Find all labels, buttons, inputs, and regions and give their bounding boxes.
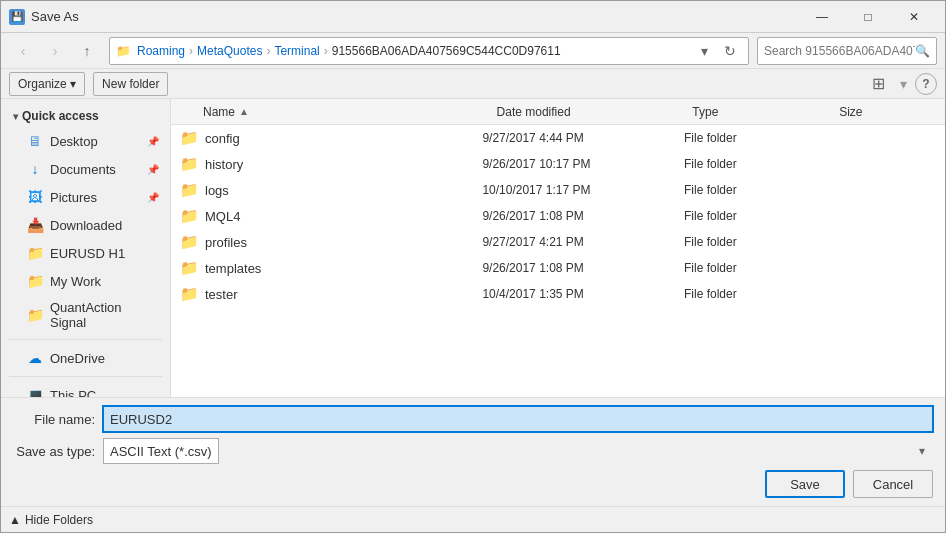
filename-row: File name: <box>13 406 933 432</box>
col-date-label: Date modified <box>497 105 571 119</box>
breadcrumb-part-metaquotes[interactable]: MetaQuotes <box>197 44 262 58</box>
table-row[interactable]: 📁 templates 9/26/2017 1:08 PM File folde… <box>171 255 945 281</box>
main-content: ▾ Quick access 🖥 Desktop 📌 ↓ Documents 📌… <box>1 99 945 397</box>
quick-access-chevron: ▾ <box>13 111 18 122</box>
desktop-pin-icon: 📌 <box>147 136 159 147</box>
eurusd-icon: 📁 <box>26 244 44 262</box>
file-row-type: File folder <box>684 209 835 223</box>
window-icon: 💾 <box>9 9 25 25</box>
hide-folders-button[interactable]: ▲ Hide Folders <box>9 513 93 527</box>
file-row-date: 9/26/2017 1:08 PM <box>482 261 684 275</box>
file-row-name: 📁 templates <box>180 259 482 277</box>
organize-chevron: ▾ <box>70 77 76 91</box>
sidebar-item-downloaded[interactable]: 📥 Downloaded <box>3 211 168 239</box>
col-header-type[interactable]: Type <box>692 105 839 119</box>
documents-icon: ↓ <box>26 160 44 178</box>
breadcrumb-part-roaming[interactable]: Roaming <box>137 44 185 58</box>
documents-pin-icon: 📌 <box>147 164 159 175</box>
address-bar[interactable]: 📁 Roaming › MetaQuotes › Terminal › 9155… <box>109 37 749 65</box>
action-row: Save Cancel <box>13 470 933 498</box>
table-row[interactable]: 📁 config 9/27/2017 4:44 PM File folder <box>171 125 945 151</box>
file-row-name: 📁 logs <box>180 181 482 199</box>
window-title: Save As <box>31 9 799 24</box>
file-row-type: File folder <box>684 183 835 197</box>
cancel-button[interactable]: Cancel <box>853 470 933 498</box>
folder-icon: 📁 <box>180 207 199 225</box>
sidebar-item-label-eurusd: EURUSD H1 <box>50 246 159 261</box>
view-button[interactable]: ⊞ <box>864 70 892 98</box>
file-row-type: File folder <box>684 261 835 275</box>
refresh-button[interactable]: ↻ <box>718 39 742 63</box>
search-input[interactable] <box>764 44 915 58</box>
organize-label: Organize <box>18 77 67 91</box>
file-row-name: 📁 MQL4 <box>180 207 482 225</box>
savetype-select[interactable]: ASCII Text (*.csv) <box>103 438 219 464</box>
this-pc-icon: 💻 <box>26 386 44 397</box>
bottom-panel: File name: Save as type: ASCII Text (*.c… <box>1 397 945 506</box>
sidebar-item-label-quantaction: QuantAction Signal <box>50 300 159 330</box>
table-row[interactable]: 📁 logs 10/10/2017 1:17 PM File folder <box>171 177 945 203</box>
forward-button[interactable]: › <box>41 37 69 65</box>
new-folder-button[interactable]: New folder <box>93 72 168 96</box>
sidebar-item-my-work[interactable]: 📁 My Work <box>3 267 168 295</box>
sidebar-item-onedrive[interactable]: ☁ OneDrive <box>3 344 168 372</box>
file-row-date: 9/27/2017 4:21 PM <box>482 235 684 249</box>
breadcrumb-part-id[interactable]: 915566BA06ADA407569C544CC0D97611 <box>332 44 561 58</box>
file-row-type: File folder <box>684 131 835 145</box>
help-button[interactable]: ? <box>915 73 937 95</box>
title-bar: 💾 Save As — □ ✕ <box>1 1 945 33</box>
savetype-row: Save as type: ASCII Text (*.csv) <box>13 438 933 464</box>
file-list-header: Name ▲ Date modified Type Size <box>171 99 945 125</box>
sidebar-item-label-documents: Documents <box>50 162 147 177</box>
organize-button[interactable]: Organize ▾ <box>9 72 85 96</box>
file-row-date: 9/26/2017 10:17 PM <box>482 157 684 171</box>
sidebar-item-documents[interactable]: ↓ Documents 📌 <box>3 155 168 183</box>
col-header-size[interactable]: Size <box>839 105 937 119</box>
quantaction-icon: 📁 <box>26 306 44 324</box>
hide-folders-chevron: ▲ <box>9 513 21 527</box>
col-header-name[interactable]: Name ▲ <box>179 105 497 119</box>
folder-icon: 📁 <box>180 181 199 199</box>
toolbar: ‹ › ↑ 📁 Roaming › MetaQuotes › Terminal … <box>1 33 945 69</box>
table-row[interactable]: 📁 MQL4 9/26/2017 1:08 PM File folder <box>171 203 945 229</box>
sidebar-item-label-onedrive: OneDrive <box>50 351 159 366</box>
minimize-button[interactable]: — <box>799 1 845 33</box>
table-row[interactable]: 📁 profiles 9/27/2017 4:21 PM File folder <box>171 229 945 255</box>
file-row-date: 10/4/2017 1:35 PM <box>482 287 684 301</box>
sidebar-item-quantaction[interactable]: 📁 QuantAction Signal <box>3 295 168 335</box>
folder-icon: 📁 <box>180 285 199 303</box>
address-dropdown-button[interactable]: ▾ <box>692 39 716 63</box>
sidebar-item-pictures[interactable]: 🖼 Pictures 📌 <box>3 183 168 211</box>
sidebar-item-this-pc[interactable]: 💻 This PC <box>3 381 168 397</box>
cancel-label: Cancel <box>873 477 913 492</box>
folder-icon: 📁 <box>180 155 199 173</box>
save-button[interactable]: Save <box>765 470 845 498</box>
sidebar-item-label-this-pc: This PC <box>50 388 159 398</box>
sidebar-item-desktop[interactable]: 🖥 Desktop 📌 <box>3 127 168 155</box>
table-row[interactable]: 📁 tester 10/4/2017 1:35 PM File folder <box>171 281 945 307</box>
up-button[interactable]: ↑ <box>73 37 101 65</box>
footer: ▲ Hide Folders <box>1 506 945 532</box>
my-work-icon: 📁 <box>26 272 44 290</box>
close-button[interactable]: ✕ <box>891 1 937 33</box>
filename-label: File name: <box>13 412 103 427</box>
sidebar-section-quick-access[interactable]: ▾ Quick access <box>1 103 170 127</box>
sidebar-item-label-downloaded: Downloaded <box>50 218 159 233</box>
breadcrumb-part-terminal[interactable]: Terminal <box>274 44 319 58</box>
table-row[interactable]: 📁 history 9/26/2017 10:17 PM File folder <box>171 151 945 177</box>
breadcrumb-folder-icon: 📁 <box>116 44 131 58</box>
file-row-type: File folder <box>684 235 835 249</box>
file-row-date: 10/10/2017 1:17 PM <box>482 183 684 197</box>
back-button[interactable]: ‹ <box>9 37 37 65</box>
sidebar-item-eurusd-h1[interactable]: 📁 EURUSD H1 <box>3 239 168 267</box>
file-row-name: 📁 profiles <box>180 233 482 251</box>
hide-folders-label: Hide Folders <box>25 513 93 527</box>
folder-icon: 📁 <box>180 233 199 251</box>
pictures-icon: 🖼 <box>26 188 44 206</box>
file-row-type: File folder <box>684 287 835 301</box>
folder-icon: 📁 <box>180 129 199 147</box>
filename-input[interactable] <box>103 406 933 432</box>
col-header-date[interactable]: Date modified <box>497 105 693 119</box>
maximize-button[interactable]: □ <box>845 1 891 33</box>
sidebar-divider-2 <box>9 376 162 377</box>
